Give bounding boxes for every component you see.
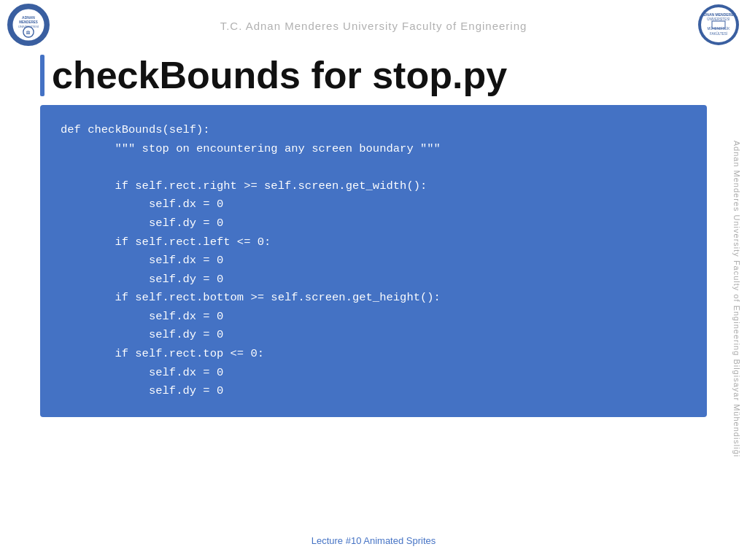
code-block: def checkBounds(self): """ stop on encou…	[61, 121, 686, 400]
logo-left: ADNAN MENDERES ÜNİVERSİTESİ 🏛	[7, 4, 50, 46]
svg-text:MENDERES: MENDERES	[19, 20, 37, 24]
code-container: def checkBounds(self): """ stop on encou…	[40, 105, 707, 416]
header: ADNAN MENDERES ÜNİVERSİTESİ 🏛 T.C. Adnan…	[0, 0, 747, 51]
logo-right: ADNAN MENDERES ÜNİVERSİTESİ MÜHENDİSLİK …	[697, 4, 740, 46]
footer-label: Lecture #10 Animated Sprites	[311, 535, 436, 546]
svg-text:🏛: 🏛	[26, 30, 31, 35]
title-wrapper: checkBounds for stop.py	[40, 55, 707, 96]
side-text-right: Adnan Menderes University Faculty of Eng…	[727, 73, 747, 525]
header-title: T.C. Adnan Menderes University Faculty o…	[220, 20, 527, 32]
page-title: checkBounds for stop.py	[52, 55, 507, 96]
title-text-area: checkBounds for stop.py	[44, 55, 507, 96]
footer: Lecture #10 Animated Sprites	[0, 534, 747, 547]
svg-text:FAKÜLTESİ: FAKÜLTESİ	[710, 31, 727, 36]
svg-text:ADNAN MENDERES: ADNAN MENDERES	[701, 12, 736, 17]
svg-text:ÜNİVERSİTESİ: ÜNİVERSİTESİ	[707, 17, 729, 21]
svg-text:ADNAN: ADNAN	[22, 16, 35, 20]
side-text-rotated: Adnan Menderes University Faculty of Eng…	[732, 141, 741, 458]
